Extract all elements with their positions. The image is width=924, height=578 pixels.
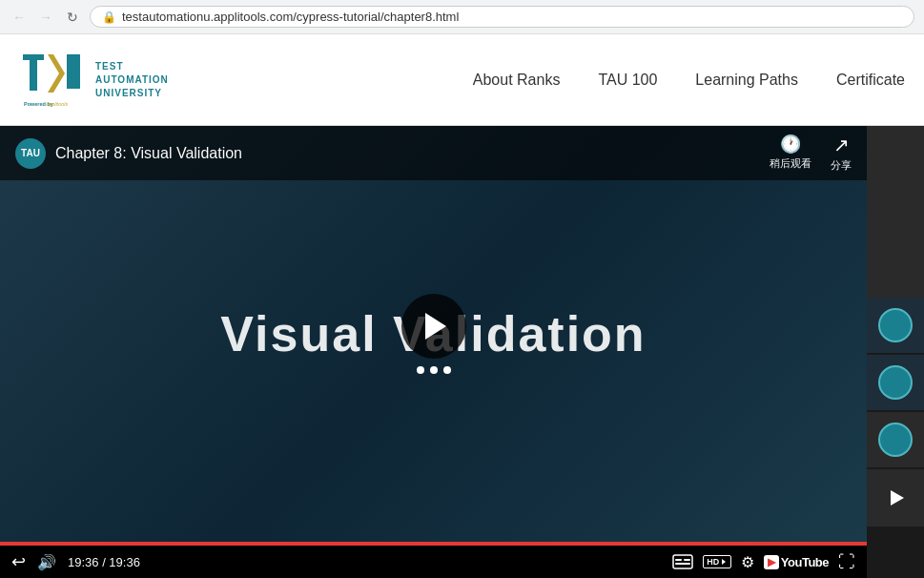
lock-icon: 🔒 [102, 10, 116, 24]
nav-about-ranks[interactable]: About Ranks [473, 72, 561, 89]
volume-button[interactable]: 🔊 [37, 553, 56, 571]
dot-2 [430, 366, 438, 374]
sidebar-item-3[interactable] [867, 412, 924, 469]
svg-rect-4 [67, 54, 73, 87]
main-content: TAU Chapter 8: Visual Validation 🕐 稍后观看 … [0, 126, 924, 578]
play-triangle-icon [425, 313, 446, 340]
sidebar-items [867, 298, 924, 469]
watch-later-button[interactable]: 🕐 稍后观看 [770, 134, 811, 173]
nav-links: About Ranks TAU 100 Learning Paths Certi… [473, 72, 905, 89]
svg-rect-10 [675, 559, 682, 561]
loading-dots [417, 366, 451, 374]
svg-rect-9 [673, 555, 692, 568]
video-progress-fill [0, 542, 867, 546]
url-text: testautomationu.applitools.com/cypress-t… [122, 10, 459, 24]
logo-icon: Powered by applitools [19, 47, 86, 114]
replay-button[interactable]: ↩ [11, 551, 26, 572]
video-controls: ↩ 🔊 19:36 / 19:36 HD ⚙ [0, 546, 867, 578]
site-navigation: Powered by applitools TEST AUTOMATION UN… [0, 34, 924, 126]
svg-rect-12 [684, 559, 690, 561]
nav-learning-paths[interactable]: Learning Paths [695, 72, 798, 89]
watch-later-label: 稍后观看 [770, 156, 811, 171]
sidebar-circle-3 [878, 423, 913, 457]
sidebar-circle-1 [878, 308, 913, 342]
svg-rect-5 [73, 54, 80, 87]
sidebar-play-item[interactable] [867, 469, 924, 526]
fullscreen-button[interactable]: ⛶ [838, 552, 855, 572]
controls-left: ↩ 🔊 19:36 / 19:36 [11, 551, 140, 572]
watch-later-icon: 🕐 [780, 134, 801, 155]
sidebar-play-triangle-icon [891, 490, 904, 506]
share-label: 分享 [831, 158, 852, 173]
svg-rect-1 [23, 54, 44, 60]
video-progress-bar[interactable] [0, 542, 867, 546]
nav-certificate[interactable]: Certificate [836, 72, 905, 89]
refresh-button[interactable]: ↻ [63, 8, 82, 27]
sidebar-item-2[interactable] [867, 355, 924, 412]
back-button[interactable]: ← [10, 8, 29, 27]
settings-button[interactable]: ⚙ [741, 553, 754, 571]
sidebar-panel [867, 126, 924, 578]
nav-tau-100[interactable]: TAU 100 [598, 72, 657, 89]
video-avatar: TAU [15, 138, 46, 169]
video-player: TAU Chapter 8: Visual Validation 🕐 稍后观看 … [0, 126, 867, 578]
svg-rect-6 [67, 83, 80, 89]
play-button-container [401, 294, 466, 374]
share-button[interactable]: ↗ 分享 [831, 134, 852, 173]
video-title-area: TAU Chapter 8: Visual Validation [15, 138, 242, 169]
sidebar-play-btn [878, 481, 913, 515]
logo-text: TEST AUTOMATION UNIVERSITY [95, 60, 169, 100]
video-title: Chapter 8: Visual Validation [55, 145, 242, 162]
share-icon: ↗ [833, 134, 850, 156]
svg-text:applitools: applitools [46, 101, 68, 107]
controls-right: HD ⚙ ▶ YouTube ⛶ [672, 552, 855, 572]
youtube-logo: ▶ YouTube [764, 555, 829, 569]
subtitles-button[interactable] [672, 554, 693, 569]
sidebar-circle-2 [878, 365, 913, 400]
video-area[interactable]: Visual Validation [0, 126, 867, 542]
address-bar[interactable]: 🔒 testautomationu.applitools.com/cypress… [90, 6, 914, 28]
video-top-bar: TAU Chapter 8: Visual Validation 🕐 稍后观看 … [0, 126, 867, 180]
svg-rect-2 [30, 60, 37, 91]
browser-chrome: ← → ↻ 🔒 testautomationu.applitools.com/c… [0, 0, 924, 34]
svg-rect-11 [675, 563, 690, 565]
sidebar-item-1[interactable] [867, 298, 924, 355]
dot-3 [443, 366, 451, 374]
site-logo: Powered by applitools TEST AUTOMATION UN… [19, 47, 169, 114]
video-actions: 🕐 稍后观看 ↗ 分享 [770, 134, 852, 173]
time-display: 19:36 / 19:36 [68, 555, 140, 569]
play-button[interactable] [401, 294, 466, 359]
hd-badge: HD [703, 555, 731, 568]
forward-button[interactable]: → [36, 8, 55, 27]
sidebar-top-area [867, 126, 924, 298]
dot-1 [417, 366, 424, 374]
